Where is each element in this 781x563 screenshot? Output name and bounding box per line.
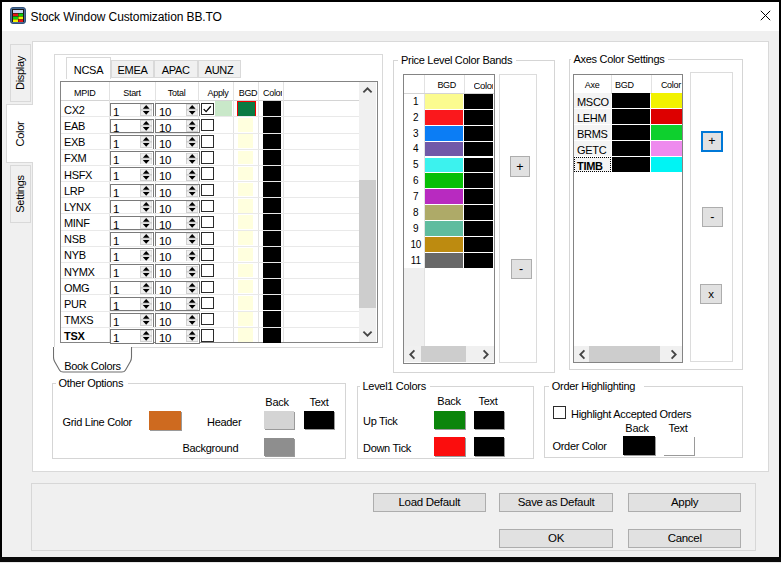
svg-text:Book Colors: Book Colors bbox=[64, 360, 121, 372]
